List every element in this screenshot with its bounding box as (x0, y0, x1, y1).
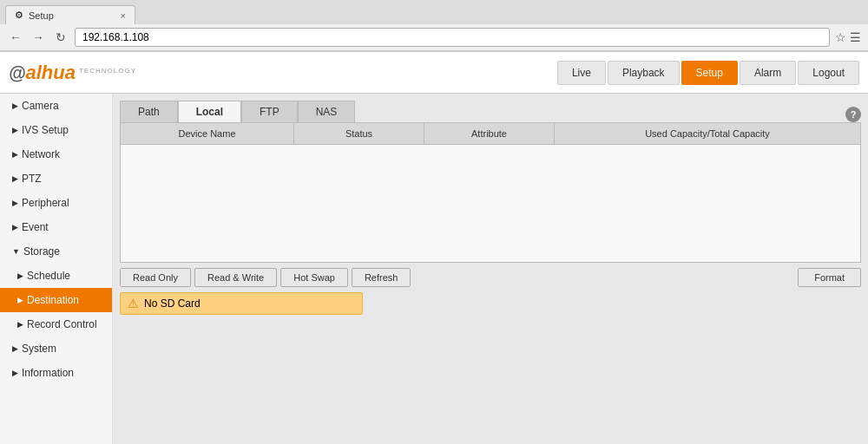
read-only-button[interactable]: Read Only (120, 268, 191, 287)
sidebar-label-ivs: IVS Setup (22, 124, 69, 136)
reload-button[interactable]: ↻ (52, 29, 69, 46)
sidebar-label-network: Network (22, 148, 60, 160)
status-message: No SD Card (144, 297, 201, 310)
tab-ftp[interactable]: FTP (241, 101, 298, 122)
arrow-icon: ▶ (12, 150, 18, 159)
arrow-icon: ▶ (12, 223, 18, 232)
arrow-icon: ▶ (12, 369, 18, 377)
browser-nav-bar: ← → ↻ ☆ ☰ (0, 24, 868, 51)
header-nav: Live Playback Setup Alarm Logout (557, 61, 859, 85)
sidebar-label-schedule: Schedule (27, 270, 70, 282)
app: @alhua TECHNOLOGY Live Playback Setup Al… (0, 52, 868, 444)
sidebar-item-camera[interactable]: ▶ Camera (0, 94, 112, 118)
sidebar-label-destination: Destination (27, 294, 79, 306)
sidebar-item-network[interactable]: ▶ Network (0, 142, 112, 166)
sidebar-label-peripheral: Peripheral (22, 197, 69, 209)
nav-setup-button[interactable]: Setup (681, 61, 738, 85)
tab-bar: ⚙ Setup × (0, 0, 868, 24)
sidebar-item-ivs-setup[interactable]: ▶ IVS Setup (0, 118, 112, 142)
logo-sub: TECHNOLOGY (79, 67, 136, 75)
sidebar-item-system[interactable]: ▶ System (0, 336, 112, 361)
arrow-icon: ▶ (12, 199, 18, 207)
sidebar-item-record-control[interactable]: ▶ Record Control (0, 312, 112, 336)
sidebar-label-system: System (22, 343, 56, 355)
arrow-icon: ▶ (12, 174, 18, 183)
sidebar-item-storage[interactable]: ▼ Storage (0, 239, 112, 264)
sidebar-label-information: Information (22, 367, 74, 379)
tab-path[interactable]: Path (120, 101, 178, 122)
nav-alarm-button[interactable]: Alarm (740, 61, 796, 85)
browser-tab[interactable]: ⚙ Setup × (5, 5, 135, 24)
arrow-icon: ▼ (12, 247, 20, 256)
read-write-button[interactable]: Read & Write (194, 268, 277, 287)
tab-wrapper: Path Local FTP NAS ? (120, 101, 861, 315)
logo-text: @alhua (9, 62, 76, 84)
warning-icon: ⚠ (128, 297, 139, 310)
back-button[interactable]: ← (7, 29, 24, 46)
sidebar-label-record-control: Record Control (27, 318, 97, 330)
sidebar-label-storage: Storage (23, 245, 60, 258)
col-status: Status (294, 123, 424, 144)
col-attribute: Attribute (424, 123, 555, 144)
sidebar-item-event[interactable]: ▶ Event (0, 215, 112, 239)
arrow-icon: ▶ (17, 271, 23, 280)
sidebar-label-event: Event (22, 221, 49, 233)
hot-swap-button[interactable]: Hot Swap (280, 268, 348, 287)
browser-chrome: ⚙ Setup × ← → ↻ ☆ ☰ (0, 0, 868, 52)
logo: @alhua TECHNOLOGY (9, 62, 136, 84)
action-buttons: Read Only Read & Write Hot Swap Refresh … (120, 268, 861, 287)
sidebar-item-peripheral[interactable]: ▶ Peripheral (0, 191, 112, 215)
browser-actions: ☆ ☰ (835, 30, 861, 44)
tab-ftp-label: FTP (260, 106, 279, 118)
sidebar-item-destination[interactable]: ▶ Destination (0, 288, 112, 312)
browser-tab-favicon: ⚙ (15, 10, 23, 21)
menu-icon[interactable]: ☰ (850, 30, 861, 44)
app-header: @alhua TECHNOLOGY Live Playback Setup Al… (0, 52, 868, 94)
tab-nas-label: NAS (316, 106, 338, 118)
format-button[interactable]: Format (798, 268, 861, 287)
nav-logout-button[interactable]: Logout (798, 61, 859, 85)
sidebar-label-camera: Camera (22, 100, 59, 112)
forward-button[interactable]: → (30, 29, 47, 46)
sidebar-label-ptz: PTZ (22, 173, 42, 185)
sidebar-item-information[interactable]: ▶ Information (0, 361, 112, 385)
main-content: ▶ Camera ▶ IVS Setup ▶ Network ▶ PTZ ▶ P… (0, 94, 868, 444)
arrow-icon: ▶ (12, 101, 18, 110)
nav-live-button[interactable]: Live (557, 61, 606, 85)
arrow-icon: ▶ (17, 296, 23, 304)
status-bar: ⚠ No SD Card (120, 292, 363, 315)
nav-playback-button[interactable]: Playback (608, 61, 680, 85)
help-icon[interactable]: ? (845, 107, 861, 122)
tab-path-label: Path (138, 106, 160, 118)
address-bar[interactable] (75, 28, 830, 47)
bookmark-icon[interactable]: ☆ (835, 30, 846, 44)
content-area: Path Local FTP NAS ? (113, 94, 868, 444)
col-device-name: Device Name (121, 123, 294, 144)
tab-local-label: Local (196, 106, 223, 118)
storage-table: Device Name Status Attribute Used Capaci… (120, 122, 861, 263)
content-tabs: Path Local FTP NAS (120, 101, 355, 122)
table-header: Device Name Status Attribute Used Capaci… (121, 123, 860, 145)
arrow-icon: ▶ (12, 344, 18, 353)
tab-close-button[interactable]: × (121, 10, 126, 21)
arrow-icon: ▶ (12, 126, 18, 134)
col-capacity: Used Capacity/Total Capacity (555, 123, 860, 144)
tab-nas[interactable]: NAS (298, 101, 356, 122)
refresh-button[interactable]: Refresh (352, 268, 411, 287)
sidebar: ▶ Camera ▶ IVS Setup ▶ Network ▶ PTZ ▶ P… (0, 94, 113, 444)
arrow-icon: ▶ (17, 320, 23, 329)
browser-tab-title: Setup (29, 10, 115, 21)
tab-local[interactable]: Local (178, 101, 241, 122)
sidebar-item-schedule[interactable]: ▶ Schedule (0, 264, 112, 288)
sidebar-item-ptz[interactable]: ▶ PTZ (0, 166, 112, 191)
table-body (121, 145, 860, 262)
